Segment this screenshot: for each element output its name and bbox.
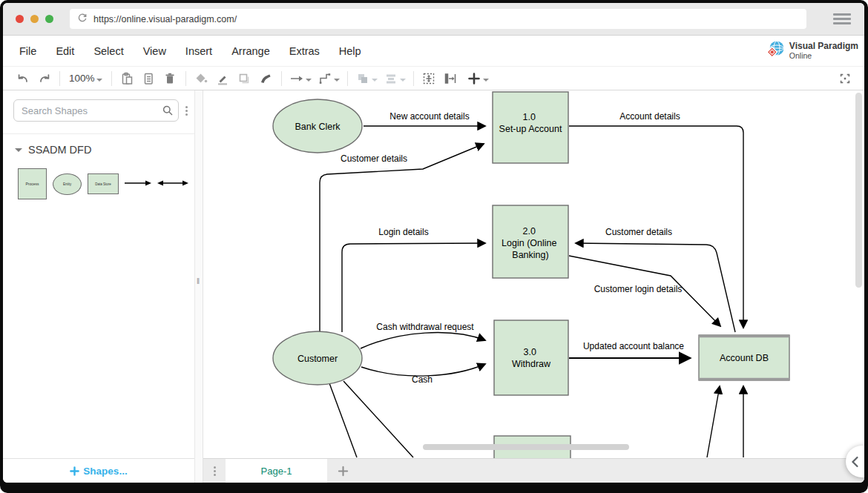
fullscreen-button[interactable] <box>834 69 855 88</box>
notes-button[interactable] <box>138 69 160 88</box>
flow-label-customer-details-right[interactable]: Customer details <box>605 227 672 237</box>
palette-arrow-shape[interactable] <box>125 177 151 191</box>
chevron-down-icon <box>483 79 489 85</box>
flow-customer-bottom-1[interactable] <box>329 383 357 457</box>
connector-style-dropdown[interactable] <box>286 69 315 88</box>
chevron-down-icon <box>400 79 406 85</box>
logo-text-line2: Online <box>789 52 858 61</box>
node-bank-clerk-label: Bank Clerk <box>295 122 341 132</box>
logo-text-line1: Visual Paradigm <box>789 42 858 52</box>
flow-into-db-bottom-diagonal[interactable] <box>707 386 720 457</box>
menu-select[interactable]: Select <box>84 45 133 57</box>
close-window-button[interactable] <box>16 15 24 23</box>
url-input[interactable] <box>93 14 799 24</box>
align-dropdown[interactable] <box>381 69 409 88</box>
app-window: File Edit Select View Insert Arrange Ext… <box>3 3 864 483</box>
more-shapes-label: Shapes... <box>83 466 127 477</box>
globe-icon <box>765 39 787 64</box>
zoom-window-button[interactable] <box>45 15 53 23</box>
toolbar: 100% <box>3 67 864 90</box>
order-dropdown[interactable] <box>352 69 381 88</box>
section-ssadm-dfd[interactable]: SSADM DFD <box>3 133 194 162</box>
diagram-canvas[interactable]: Bank Clerk 1.0 Set-up Account 2.0 Login … <box>203 90 864 458</box>
panel-menu-icon[interactable] <box>183 103 191 119</box>
node-account-db-label: Account DB <box>720 353 769 363</box>
workspace: SSADM DFD Process Entity Data Store <box>3 90 864 483</box>
vertical-scrollbar[interactable] <box>855 93 862 288</box>
fill-color-icon[interactable] <box>191 69 212 88</box>
address-bar[interactable] <box>70 9 806 29</box>
flow-label-cash-withdrawal-request[interactable]: Cash withdrawal request <box>376 322 474 332</box>
visual-paradigm-logo: Visual Paradigm Online <box>765 36 858 66</box>
reload-icon[interactable] <box>77 13 88 26</box>
menu-arrange[interactable]: Arrange <box>222 45 280 57</box>
menu-file[interactable]: File <box>10 45 46 57</box>
shape-panel: SSADM DFD Process Entity Data Store <box>3 90 194 483</box>
palette-data-store-shape[interactable]: Data Store <box>88 173 119 194</box>
flow-customer-bottom-2[interactable] <box>343 381 413 457</box>
add-page-button[interactable] <box>327 459 358 483</box>
redo-button[interactable] <box>33 69 55 88</box>
palette-process-shape[interactable]: Process <box>18 168 47 199</box>
palette-entity-shape[interactable]: Entity <box>53 173 82 195</box>
shadow-icon[interactable] <box>234 69 255 88</box>
chevron-down-icon <box>306 79 312 85</box>
elbow-connector-dropdown[interactable] <box>315 69 343 88</box>
delete-button[interactable] <box>160 69 181 88</box>
more-shapes-button[interactable]: Shapes... <box>3 458 194 483</box>
browser-menu-icon[interactable] <box>833 13 851 24</box>
flow-cash-withdrawal-request[interactable] <box>361 333 485 348</box>
node-customer-label: Customer <box>297 354 338 364</box>
menu-help[interactable]: Help <box>329 45 371 57</box>
zoom-level-dropdown[interactable]: 100% <box>65 73 107 85</box>
paste-button[interactable] <box>116 69 138 88</box>
menu-bar: File Edit Select View Insert Arrange Ext… <box>3 36 864 67</box>
chevron-down-icon <box>334 79 340 85</box>
menu-edit[interactable]: Edit <box>46 45 84 57</box>
line-color-icon[interactable] <box>212 69 234 88</box>
menu-extras[interactable]: Extras <box>280 45 329 57</box>
flow-login-details[interactable] <box>342 243 485 332</box>
menu-view[interactable]: View <box>134 45 176 57</box>
browser-chrome <box>3 3 864 36</box>
menu-insert[interactable]: Insert <box>176 45 222 57</box>
search-icon[interactable] <box>162 105 174 119</box>
horizontal-scrollbar[interactable] <box>423 444 629 450</box>
palette-double-arrow-shape[interactable] <box>157 177 188 191</box>
zoom-level-value: 100% <box>69 73 95 84</box>
collapse-caret-icon <box>15 148 22 156</box>
flow-label-account-details[interactable]: Account details <box>619 111 680 122</box>
panel-divider: ‖ <box>194 90 203 483</box>
window-controls <box>16 15 53 23</box>
browser-window: File Edit Select View Insert Arrange Ext… <box>0 0 868 493</box>
node-process-3[interactable] <box>494 320 568 395</box>
flow-label-customer-login-details[interactable]: Customer login details <box>594 284 683 294</box>
main-area: Bank Clerk 1.0 Set-up Account 2.0 Login … <box>203 90 864 483</box>
chevron-down-icon <box>96 79 102 85</box>
flow-label-customer-details-top[interactable]: Customer details <box>341 153 407 164</box>
chevron-down-icon <box>372 79 378 85</box>
pages-menu-icon[interactable] <box>203 459 226 483</box>
autosize-button[interactable] <box>418 69 440 88</box>
flow-label-new-account-details[interactable]: New account details <box>389 111 469 122</box>
panel-resize-grip[interactable]: ‖ <box>197 277 200 285</box>
swimlane-button[interactable] <box>440 69 461 88</box>
undo-button[interactable] <box>12 69 33 88</box>
format-brush-icon[interactable] <box>255 69 277 88</box>
section-title: SSADM DFD <box>28 144 91 156</box>
minimize-window-button[interactable] <box>30 15 39 23</box>
flow-label-updated-account-balance[interactable]: Updated account balance <box>583 341 684 351</box>
tab-page-1[interactable]: Page-1 <box>226 459 327 483</box>
shape-palette: Process Entity Data Store <box>3 162 194 208</box>
flow-label-login-details[interactable]: Login details <box>378 227 428 237</box>
page-tab-bar: Page-1 <box>203 458 864 483</box>
flow-label-cash[interactable]: Cash <box>412 374 433 385</box>
search-shapes-input[interactable] <box>13 99 179 122</box>
add-shape-dropdown[interactable] <box>461 69 494 88</box>
flow-customer-details-to-setup[interactable] <box>320 144 484 332</box>
